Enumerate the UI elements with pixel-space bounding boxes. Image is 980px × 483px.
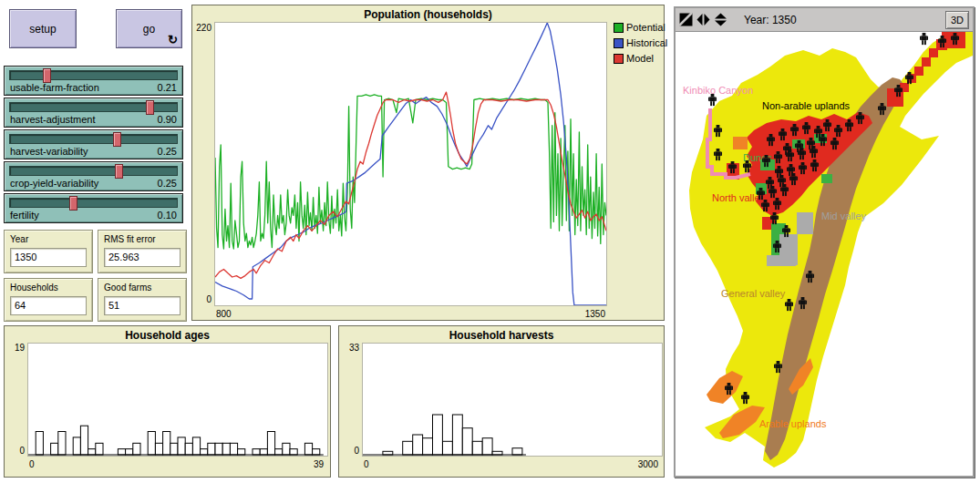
legend-label: Model <box>626 53 654 64</box>
household-ages-canvas <box>28 344 327 456</box>
setup-button-label: setup <box>29 23 56 36</box>
legend-swatch-model <box>614 54 624 64</box>
monitor-value: 51 <box>104 296 181 315</box>
map-label-mid-valley: Mid valley <box>821 211 866 221</box>
slider-track[interactable] <box>9 134 178 144</box>
view-year-label: Year: 1350 <box>744 14 797 26</box>
legend-item-historical: Historical <box>614 37 667 48</box>
slider-track[interactable] <box>9 70 178 80</box>
legend-swatch-potential <box>614 23 624 33</box>
go-button-label: go <box>143 23 155 36</box>
legend-item-model: Model <box>614 53 667 64</box>
slider-label: fertility <box>10 210 39 221</box>
slider-harvest-adjustment[interactable]: harvest-adjustment 0.90 <box>4 98 183 128</box>
plot-title: Household ages <box>5 329 330 342</box>
monitor-value: 25.963 <box>104 248 181 267</box>
slider-value: 0.10 <box>158 210 177 221</box>
slider-handle[interactable] <box>69 196 77 211</box>
y-axis-min-label: 0 <box>6 446 25 456</box>
slider-harvest-variability[interactable]: harvest-variability 0.25 <box>4 129 183 159</box>
y-axis-max-label: 220 <box>192 23 211 33</box>
slider-crop-yield-variability[interactable]: crop-yield-variability 0.25 <box>4 161 183 191</box>
monitor-label: Households <box>10 283 58 293</box>
map-label-arable-uplands: Arable uplands <box>759 418 827 429</box>
slider-handle[interactable] <box>115 164 123 179</box>
y-axis-max-label: 33 <box>341 343 359 353</box>
population-plot-canvas <box>215 23 606 305</box>
x-axis-max-label: 39 <box>296 459 324 469</box>
3d-view-button[interactable]: 3D <box>945 11 969 29</box>
y-axis-max-label: 19 <box>6 343 25 353</box>
population-plot-panel: Population (households) 220 0 800 1350 P… <box>191 5 665 321</box>
slider-label: crop-yield-variability <box>10 178 98 189</box>
monitor-households: Households 64 <box>4 278 93 322</box>
x-axis-min-label: 0 <box>364 459 369 469</box>
map-label-kinbiko-canyon: Kinbiko Canyon <box>683 85 753 96</box>
x-axis-min-label: 0 <box>29 459 35 469</box>
go-button[interactable]: go ↻ <box>116 9 182 48</box>
slider-value: 0.90 <box>158 114 177 125</box>
monitor-year: Year 1350 <box>4 230 93 273</box>
setup-button[interactable]: setup <box>9 9 77 48</box>
map-label-general-valley: General valley <box>721 288 786 299</box>
world-view: Year: 1350 3D <box>674 6 975 478</box>
forever-icon: ↻ <box>168 33 178 46</box>
y-axis-min-label: 0 <box>192 294 211 304</box>
legend-item-potential: Potential <box>614 22 667 33</box>
legend-label: Historical <box>626 37 667 48</box>
population-plot-area <box>214 22 607 306</box>
x-axis-max-label: 3000 <box>622 459 658 469</box>
slider-track[interactable] <box>9 198 178 208</box>
map-label-nonarable-uplands: Non-arable uplands <box>762 100 851 111</box>
slider-handle[interactable] <box>146 100 154 115</box>
household-harvests-panel: Household harvests 33 0 0 3000 <box>338 325 665 478</box>
slider-value: 0.25 <box>158 178 177 189</box>
plot-title: Population (households) <box>192 8 664 21</box>
slider-label: harvest-variability <box>10 146 88 157</box>
slider-value: 0.21 <box>158 82 177 93</box>
slider-label: usable-farm-fraction <box>10 82 99 93</box>
slider-fertility[interactable]: fertility 0.10 <box>4 193 183 223</box>
slider-label: harvest-adjustment <box>10 114 96 125</box>
view-size-icon[interactable] <box>679 13 693 26</box>
monitor-label: Year <box>10 234 28 244</box>
legend-swatch-historical <box>614 38 624 48</box>
plot-title: Household harvests <box>339 329 664 342</box>
slider-handle[interactable] <box>113 132 121 147</box>
household-ages-panel: Household ages 19 0 0 39 <box>4 325 331 478</box>
world-map: Kinbiko Canyon Non-arable uplands Dunes … <box>676 32 973 476</box>
legend-label: Potential <box>626 22 665 33</box>
slider-handle[interactable] <box>43 68 51 83</box>
netlogo-interface: setup go ↻ usable-farm-fraction 0.21 har… <box>0 0 980 483</box>
monitor-value: 64 <box>10 296 87 315</box>
household-harvests-plot-area <box>362 343 663 457</box>
monitor-label: RMS fit error <box>104 234 156 244</box>
monitor-good-farms: Good farms 51 <box>98 278 187 322</box>
slider-usable-farm-fraction[interactable]: usable-farm-fraction 0.21 <box>4 66 183 96</box>
monitor-rms-fit-error: RMS fit error 25.963 <box>98 230 187 273</box>
household-harvests-canvas <box>363 344 662 456</box>
plot-legend: Potential Historical Model <box>614 22 667 68</box>
world-view-toolbar: Year: 1350 3D <box>676 8 973 32</box>
vertical-shift-icon[interactable] <box>714 13 727 26</box>
slider-value: 0.25 <box>158 146 177 157</box>
monitor-label: Good farms <box>104 283 151 293</box>
monitor-value: 1350 <box>10 248 87 267</box>
x-axis-min-label: 800 <box>216 309 232 319</box>
x-axis-max-label: 1350 <box>571 309 605 319</box>
household-ages-plot-area <box>27 343 328 457</box>
y-axis-min-label: 0 <box>341 446 359 456</box>
horizontal-shift-icon[interactable] <box>696 13 710 26</box>
slider-track[interactable] <box>9 166 178 176</box>
